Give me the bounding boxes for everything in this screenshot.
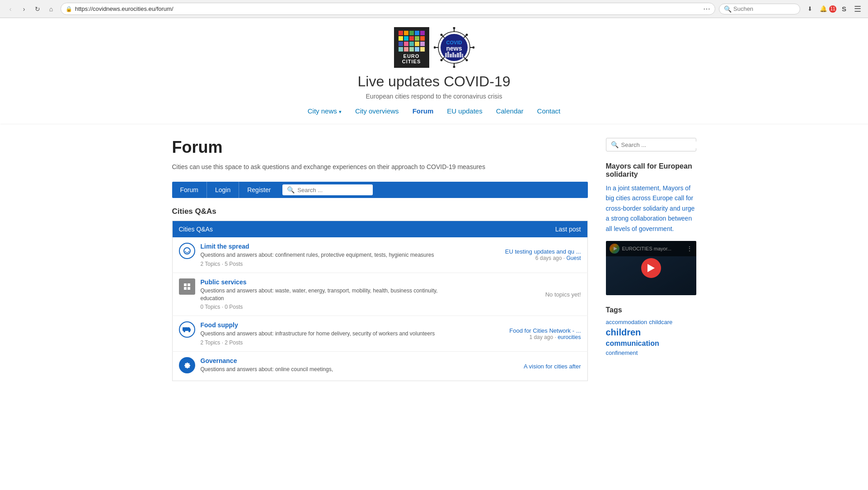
profile-button[interactable]: S — [838, 3, 850, 15]
browser-chrome: ‹ › ↻ ⌂ 🔒 ⋯ 🔍 ⬇ 🔔 11 S ☰ — [0, 0, 868, 18]
forum-row-icon-circle — [179, 243, 195, 259]
svg-rect-32 — [188, 287, 190, 290]
content-area: Forum Cities can use this space to ask q… — [163, 138, 705, 381]
address-bar[interactable]: 🔒 ⋯ — [61, 3, 715, 15]
site-logo: EUROCITIES — [0, 27, 868, 68]
svg-rect-29 — [184, 283, 187, 286]
toolbar-register-link[interactable]: Register — [239, 182, 279, 198]
forum-row-description: Questions and answers about: online coun… — [201, 366, 333, 373]
forum-search-input[interactable] — [297, 187, 368, 193]
forum-row-cell: Public services Questions and answers ab… — [173, 273, 463, 316]
toolbar-forum-link[interactable]: Forum — [172, 182, 207, 198]
table-row: Governance Questions and answers about: … — [172, 352, 587, 381]
reload-button[interactable]: ↻ — [32, 3, 43, 15]
forum-description: Cities can use this space to ask questio… — [172, 162, 588, 172]
page-wrapper: EUROCITIES — [0, 18, 868, 381]
svg-rect-20 — [445, 53, 447, 57]
play-button[interactable] — [641, 258, 661, 278]
home-button[interactable]: ⌂ — [45, 3, 57, 15]
svg-marker-38 — [647, 264, 655, 272]
browser-search-input[interactable] — [733, 5, 792, 12]
more-options-icon[interactable]: ⋯ — [703, 5, 710, 13]
forum-title: Forum — [172, 138, 588, 157]
nav-city-overviews[interactable]: City overviews — [355, 107, 399, 115]
table-header-last-post: Last post — [463, 221, 587, 238]
tag-confinement[interactable]: confinement — [606, 349, 638, 356]
sidebar-search-input[interactable] — [621, 141, 697, 148]
nav-buttons: ‹ › ↻ ⌂ — [5, 3, 57, 15]
nav-calendar[interactable]: Calendar — [496, 107, 524, 115]
forum-row-description: Questions and answers about: waste, wate… — [201, 287, 457, 302]
download-button[interactable]: ⬇ — [804, 3, 816, 15]
svg-point-8 — [465, 59, 468, 61]
forum-search-box[interactable]: 🔍 — [282, 184, 373, 195]
forum-row-title[interactable]: Governance — [201, 357, 333, 364]
sidebar-search-box[interactable]: 🔍 — [606, 138, 696, 151]
lock-icon: 🔒 — [66, 6, 72, 12]
forum-row-cell: Governance Questions and answers about: … — [173, 352, 463, 381]
forum-row-title[interactable]: Limit the spread — [201, 243, 434, 250]
browser-search-icon: 🔍 — [724, 5, 732, 13]
table-row: Food supply Questions and answers about:… — [172, 316, 587, 352]
forum-toolbar: Forum Login Register 🔍 — [172, 182, 588, 198]
svg-point-28 — [184, 248, 190, 254]
url-input[interactable] — [75, 5, 700, 12]
nav-eu-updates[interactable]: EU updates — [447, 107, 482, 115]
dropdown-arrow-icon: ▾ — [339, 109, 342, 114]
svg-point-4 — [465, 34, 468, 36]
svg-rect-33 — [183, 327, 188, 331]
svg-point-14 — [434, 47, 436, 49]
last-post-meta: 1 day ago · eurocities — [469, 334, 581, 340]
site-subtitle: European cities respond to the coronavir… — [0, 93, 868, 100]
forum-row-icon-truck — [179, 321, 195, 338]
svg-text:news: news — [446, 45, 462, 52]
nav-forum[interactable]: Forum — [413, 107, 434, 115]
menu-button[interactable]: ☰ — [852, 3, 863, 15]
forum-row-title[interactable]: Public services — [201, 278, 457, 286]
table-header-forum: Cities Q&As — [172, 221, 463, 238]
sidebar-video[interactable]: EUROCITIES mayor... ⋮ — [606, 241, 696, 295]
sidebar: 🔍 Mayors call for European solidarity In… — [606, 138, 696, 381]
notifications-button[interactable]: 🔔 — [817, 3, 829, 15]
forum-main: Forum Cities can use this space to ask q… — [172, 138, 588, 381]
tag-childcare[interactable]: childcare — [649, 319, 672, 325]
svg-rect-27 — [462, 54, 463, 57]
last-post-link[interactable]: Food for Cities Network - ... — [469, 327, 581, 334]
svg-point-16 — [440, 34, 442, 36]
notification-count: 11 — [829, 5, 836, 13]
forum-row-meta: 2 Topics · 5 Posts — [201, 261, 434, 267]
table-row: Limit the spread Questions and answers a… — [172, 237, 587, 273]
last-post-meta: 6 days ago · Guest — [469, 255, 581, 261]
forum-last-post: EU testing updates and qu ... 6 days ago… — [463, 243, 587, 267]
forum-row-description: Questions and answers about: confinement… — [201, 251, 434, 259]
tags-list: accommodation childcare children communi… — [606, 319, 696, 356]
tag-children[interactable]: children — [606, 327, 641, 338]
browser-actions: ⬇ 🔔 11 S ☰ — [804, 3, 863, 15]
nav-contact[interactable]: Contact — [537, 107, 561, 115]
browser-search-box[interactable]: 🔍 — [719, 4, 800, 14]
last-post-link[interactable]: A vision for cities after — [469, 363, 581, 370]
tag-accommodation[interactable]: accommodation — [606, 319, 647, 325]
tag-communication[interactable]: communication — [606, 339, 696, 348]
video-play-overlay[interactable] — [606, 241, 696, 295]
forum-row-cell: Food supply Questions and answers about:… — [173, 316, 463, 351]
forum-row-meta: 0 Topics · 0 Posts — [201, 304, 457, 310]
forum-last-post: A vision for cities after — [463, 358, 587, 375]
sidebar-solidarity-text: In a joint statement, Mayors of big citi… — [606, 183, 696, 234]
last-post-link[interactable]: EU testing updates and qu ... — [469, 248, 581, 255]
back-button[interactable]: ‹ — [5, 3, 16, 15]
svg-marker-34 — [188, 327, 191, 331]
svg-rect-24 — [455, 54, 456, 57]
forum-row-icon-grid — [179, 278, 195, 295]
eurocities-logo: EUROCITIES — [394, 27, 429, 68]
toolbar-login-link[interactable]: Login — [207, 182, 239, 198]
forum-row-title[interactable]: Food supply — [201, 321, 435, 329]
sidebar-solidarity-title: Mayors call for European solidarity — [606, 162, 696, 179]
svg-point-36 — [188, 330, 190, 332]
forward-button[interactable]: › — [18, 3, 30, 15]
forum-row-meta: 2 Topics · 2 Posts — [201, 339, 435, 346]
svg-point-12 — [440, 59, 442, 61]
tags-title: Tags — [606, 306, 696, 314]
nav-city-news[interactable]: City news ▾ — [308, 107, 342, 115]
forum-no-topics: No topics yet! — [463, 286, 587, 303]
